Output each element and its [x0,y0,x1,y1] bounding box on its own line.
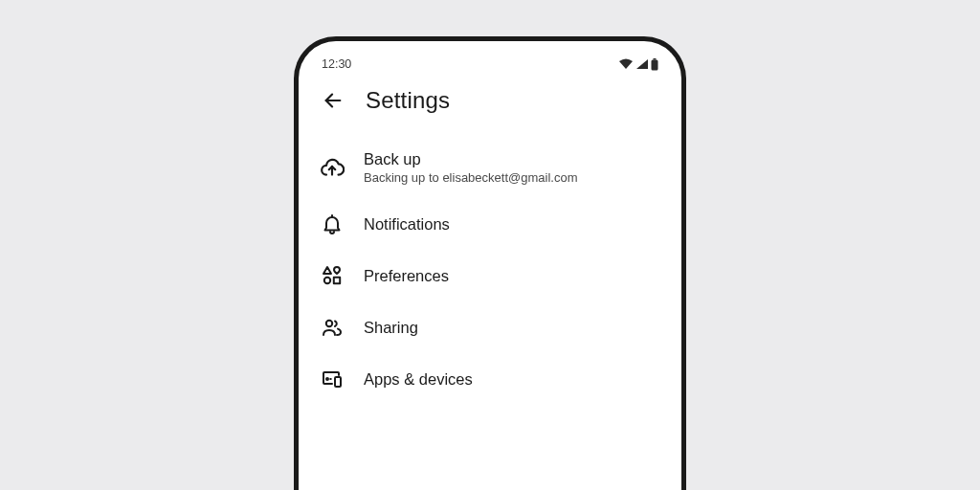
cellular-icon [635,58,649,70]
bell-icon [320,212,345,236]
svg-point-10 [326,378,328,380]
settings-list: Back up Backing up to elisabeckett@gmail… [318,137,662,405]
people-icon [320,315,345,340]
svg-point-6 [324,278,330,283]
devices-icon [320,367,345,391]
item-subtitle: Backing up to elisabeckett@gmail.com [364,170,577,185]
svg-rect-9 [335,377,341,387]
svg-point-8 [326,321,332,326]
settings-item-backup[interactable]: Back up Backing up to elisabeckett@gmail… [320,137,662,198]
item-label: Preferences [364,267,449,285]
status-bar: 12:30 [318,51,662,78]
status-icons [618,58,658,71]
item-label: Back up [364,150,577,168]
item-label: Sharing [364,319,418,337]
svg-rect-1 [652,59,658,70]
svg-rect-0 [654,58,657,60]
svg-rect-11 [330,378,332,380]
svg-marker-5 [323,267,331,274]
phone-frame: 12:30 Settings [294,36,686,490]
item-label: Apps & devices [364,370,473,389]
page-title: Settings [366,87,450,114]
shapes-icon [320,263,345,288]
settings-item-notifications[interactable]: Notifications [320,198,662,250]
battery-icon [651,58,658,71]
cloud-upload-icon [320,155,345,180]
settings-item-preferences[interactable]: Preferences [320,250,662,301]
item-label: Notifications [364,215,450,234]
settings-item-sharing[interactable]: Sharing [320,301,662,353]
settings-item-apps-devices[interactable]: Apps & devices [320,353,662,405]
screen-header: Settings [318,78,662,137]
status-time: 12:30 [322,57,351,71]
wifi-icon [618,58,634,70]
svg-rect-7 [334,278,340,283]
back-button[interactable] [320,87,346,114]
arrow-left-icon [323,90,344,111]
